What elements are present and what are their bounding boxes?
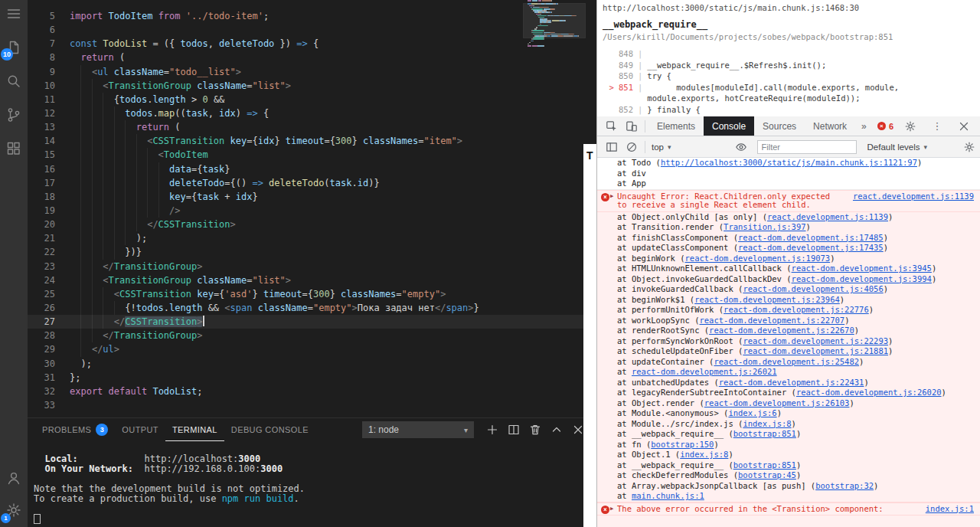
maximize-panel-button[interactable]: [550, 424, 563, 436]
terminal-output[interactable]: Local: http://localhost:3000 On Your Net…: [28, 441, 596, 525]
terminal-select[interactable]: 1: node ▾: [362, 421, 474, 438]
code-line[interactable]: 17 deleteTodo={() => deleteTodo(task.id)…: [28, 176, 596, 190]
source-link[interactable]: react-dom.development.js:17485: [738, 233, 884, 242]
panel-tab-debug-console[interactable]: DEBUG CONSOLE: [224, 418, 315, 441]
console-error-message[interactable]: ×▶Uncaught Error: React.Children.only ex…: [597, 190, 980, 212]
source-link[interactable]: index.js:1: [926, 505, 974, 514]
source-link[interactable]: react-dom.development.js:22707: [699, 316, 844, 325]
settings-icon[interactable]: 1: [5, 501, 23, 519]
line-number[interactable]: 27: [28, 315, 55, 329]
line-number[interactable]: 15: [28, 148, 55, 162]
line-number[interactable]: 20: [28, 218, 55, 231]
line-number[interactable]: 18: [28, 190, 55, 204]
devtools-tab-network[interactable]: Network: [805, 116, 855, 136]
line-number[interactable]: 28: [28, 329, 55, 342]
account-icon[interactable]: [5, 469, 23, 487]
extensions-icon[interactable]: [5, 139, 23, 158]
source-link[interactable]: react.development.js:1139: [767, 212, 888, 221]
line-number[interactable]: 13: [28, 120, 55, 134]
log-levels-selector[interactable]: Default levels ▾: [864, 142, 931, 152]
code-line[interactable]: 29 </ul>: [28, 342, 596, 356]
code-line[interactable]: 28 </TransitionGroup>: [28, 329, 596, 342]
code-line[interactable]: 19 />: [28, 204, 596, 218]
source-link[interactable]: react-dom.development.js:22293: [743, 336, 888, 345]
console-settings-icon[interactable]: [963, 141, 975, 153]
source-link[interactable]: react-dom.development.js:22431: [719, 378, 864, 387]
code-line[interactable]: 8 return (: [28, 51, 596, 64]
line-number[interactable]: 29: [28, 342, 55, 356]
code-line[interactable]: 27 </CSSTransition>: [28, 315, 596, 329]
execution-context-selector[interactable]: top ▾: [648, 142, 675, 152]
line-number[interactable]: 6: [28, 23, 55, 37]
new-terminal-button[interactable]: [486, 424, 498, 436]
source-link[interactable]: react-dom.development.js:23964: [694, 295, 840, 304]
menu-icon[interactable]: [5, 5, 23, 23]
line-number[interactable]: 30: [28, 357, 55, 371]
panel-tab-problems[interactable]: PROBLEMS3: [35, 418, 115, 441]
panel-tab-terminal[interactable]: TERMINAL: [165, 418, 224, 441]
line-number[interactable]: 33: [28, 398, 55, 412]
code-line[interactable]: 26 {!todos.length && <span className="em…: [28, 301, 596, 315]
line-number[interactable]: 9: [28, 65, 55, 79]
more-tabs-icon[interactable]: »: [861, 121, 867, 132]
code-line[interactable]: 15 <TodoItem: [28, 148, 596, 162]
devtools-close-icon[interactable]: [958, 120, 970, 133]
line-number[interactable]: 8: [28, 51, 55, 64]
source-link[interactable]: http://localhost:3000/static/js/main.chu…: [661, 158, 917, 167]
line-number[interactable]: 23: [28, 260, 55, 273]
source-link[interactable]: react-dom.development.js:25482: [714, 357, 859, 366]
line-number[interactable]: 10: [28, 79, 55, 93]
minimap[interactable]: [528, 0, 580, 100]
code-line[interactable]: 20 </CSSTransition>: [28, 218, 596, 231]
source-link[interactable]: index.js:6: [728, 408, 776, 417]
line-number[interactable]: 17: [28, 176, 55, 190]
line-number[interactable]: 32: [28, 385, 55, 398]
code-line[interactable]: 33: [28, 398, 596, 412]
split-terminal-button[interactable]: [508, 424, 520, 436]
console-sidebar-icon[interactable]: [606, 141, 618, 153]
error-count-badge[interactable]: × 6: [877, 122, 893, 131]
code-line[interactable]: 6: [28, 23, 596, 37]
clear-console-icon[interactable]: [626, 141, 638, 153]
editor-pane[interactable]: 5import TodoItem from '../todo-item';67c…: [28, 0, 596, 417]
code-line[interactable]: 31};: [28, 371, 596, 385]
line-number[interactable]: 14: [28, 134, 55, 148]
line-number[interactable]: 21: [28, 231, 55, 245]
search-icon[interactable]: [5, 72, 23, 90]
line-number[interactable]: 11: [28, 93, 55, 106]
source-link[interactable]: bootstrap:45: [738, 470, 796, 480]
source-link[interactable]: react.development.js:1139: [853, 192, 974, 210]
code-line[interactable]: 13 return (: [28, 120, 596, 134]
code-line[interactable]: 30 );: [28, 357, 596, 371]
code-line[interactable]: 21 );: [28, 231, 596, 245]
live-expression-icon[interactable]: [735, 141, 747, 153]
source-link[interactable]: react-dom.development.js:26103: [704, 398, 850, 408]
files-icon[interactable]: 10: [5, 38, 23, 57]
source-link[interactable]: bootstrap:32: [815, 481, 874, 490]
code-line[interactable]: 16 data={task}: [28, 162, 596, 176]
source-link[interactable]: bootstrap:851: [733, 460, 796, 470]
stack-frame-path[interactable]: /Users/kirill/Documents/projects/sobes/w…: [603, 32, 974, 41]
console-filter-input[interactable]: [757, 140, 857, 154]
source-link[interactable]: main.chunk.js:1: [632, 491, 704, 500]
line-number[interactable]: 22: [28, 245, 55, 259]
close-panel-button[interactable]: [572, 424, 584, 436]
source-link[interactable]: react-dom.development.js:4056: [743, 284, 883, 293]
line-number[interactable]: 25: [28, 287, 55, 301]
source-link[interactable]: react-dom.development.js:26020: [796, 388, 942, 397]
line-number[interactable]: 24: [28, 273, 55, 287]
code-line[interactable]: 22 })}: [28, 245, 596, 259]
line-number[interactable]: 31: [28, 371, 55, 385]
code-line[interactable]: 18 key={task + idx}: [28, 190, 596, 204]
device-toolbar-icon[interactable]: [626, 120, 638, 133]
expand-triangle-icon[interactable]: ▶: [610, 192, 613, 201]
line-number[interactable]: 19: [28, 204, 55, 218]
code-line[interactable]: 9 <ul className="todo__list">: [28, 65, 596, 79]
code-line[interactable]: 5import TodoItem from '../todo-item';: [28, 9, 596, 23]
source-link[interactable]: Transition.js:397: [724, 222, 805, 231]
stack-frame-location[interactable]: http://localhost:3000/static/js/main.chu…: [603, 3, 974, 12]
devtools-tab-sources[interactable]: Sources: [754, 116, 805, 136]
source-link[interactable]: react-dom.development.js:22776: [724, 305, 869, 314]
code-line[interactable]: 12 todos.map((task, idx) => {: [28, 106, 596, 120]
source-link[interactable]: react-dom.development.js:17435: [738, 243, 884, 252]
